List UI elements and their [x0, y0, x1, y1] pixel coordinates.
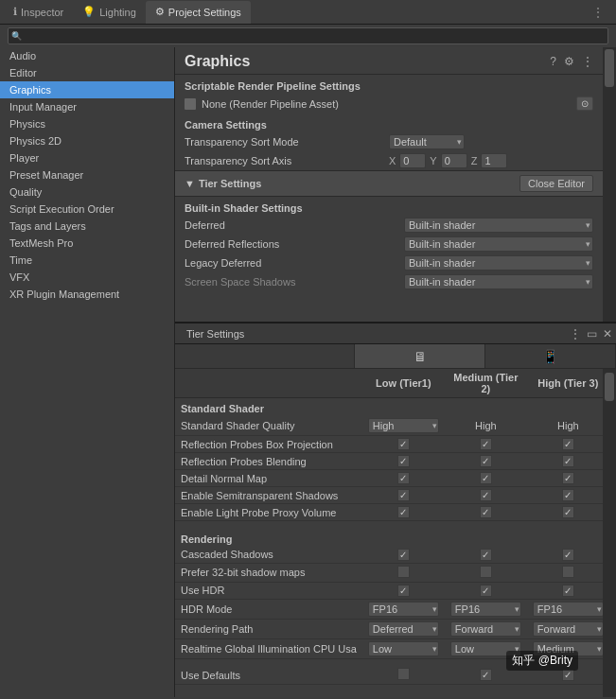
checkbox-low-semi-shadows[interactable]	[397, 489, 410, 501]
tab-lighting[interactable]: 💡 Lighting	[73, 1, 146, 24]
transparency-sort-axis-row: Transparency Sort Axis X Y Z	[175, 151, 603, 170]
high-semi-shadows	[527, 487, 603, 504]
sidebar-item-script-execution-order[interactable]: Script Execution Order	[0, 201, 174, 218]
table-row: Reflection Probes Blending	[175, 453, 603, 470]
checkbox-medium-cascaded[interactable]	[480, 549, 492, 561]
sidebar-item-xr-plugin-management[interactable]: XR Plugin Management	[0, 286, 174, 303]
checkbox-high-light-probe[interactable]	[562, 506, 574, 518]
checkbox-medium-hdr[interactable]	[480, 585, 492, 597]
tier-table: Low (Tier1) Medium (Tier 2) High (Tier 3…	[175, 369, 603, 685]
help-icon[interactable]: ?	[550, 55, 556, 68]
checkbox-low-cascaded[interactable]	[397, 549, 410, 561]
tier-toggle-button[interactable]: ▼ Tier Settings	[185, 178, 519, 189]
platform-icons-row: 🖥 📱	[175, 344, 616, 369]
sidebar-item-player[interactable]: Player	[0, 149, 174, 166]
sidebar-item-textmesh-pro[interactable]: TextMesh Pro	[0, 235, 174, 252]
close-editor-button[interactable]: Close Editor	[519, 175, 593, 192]
tier-menu-icon[interactable]: ⋮	[570, 327, 581, 341]
x-input[interactable]	[399, 153, 426, 168]
y-input[interactable]	[441, 153, 467, 168]
low-hdr-mode: FP16	[362, 599, 445, 619]
checkbox-low-use-defaults[interactable]	[397, 668, 410, 680]
checkbox-low-detail-normal[interactable]	[397, 472, 410, 484]
graphics-scrollbar[interactable]	[603, 47, 616, 322]
high-use-defaults	[527, 666, 603, 685]
tier-settings-header: ▼ Tier Settings Close Editor	[175, 170, 603, 197]
checkbox-medium-light-probe[interactable]	[480, 506, 492, 518]
low-rendering-path-dropdown[interactable]: Deferred	[368, 621, 439, 637]
high-hdr-mode-dropdown[interactable]: FP16	[533, 602, 603, 617]
tab-project-settings[interactable]: ⚙ Project Settings	[146, 1, 251, 24]
tab-menu-icon[interactable]: ⋮	[584, 5, 612, 20]
standard-shader-section: Standard Shader	[175, 398, 603, 417]
high-32bit	[527, 563, 603, 582]
tab-inspector[interactable]: ℹ Inspector	[4, 1, 73, 24]
high-rendering-path-dropdown[interactable]: Forward	[533, 621, 603, 637]
sidebar-item-vfx[interactable]: VFX	[0, 269, 174, 286]
search-input[interactable]	[8, 27, 608, 44]
checkbox-high-detail-normal[interactable]	[562, 472, 574, 484]
deferred-reflections-dropdown[interactable]: Built-in shader	[404, 236, 593, 252]
transparency-sort-mode-dropdown-wrap: Default	[389, 134, 465, 149]
low-hdr-mode-dropdown[interactable]: FP16	[368, 602, 439, 617]
checkbox-medium-blending[interactable]	[480, 455, 492, 467]
table-row: HDR Mode FP16 FP16	[175, 599, 603, 619]
low-semi-shadows	[362, 487, 445, 504]
checkbox-high-semi-shadows[interactable]	[562, 489, 574, 501]
sidebar-item-physics-2d[interactable]: Physics 2D	[0, 132, 174, 149]
tier-close-icon[interactable]: ✕	[603, 327, 612, 341]
checkbox-high-hdr[interactable]	[562, 585, 574, 597]
platform-desktop-icon[interactable]: 🖥	[355, 344, 485, 368]
screen-space-shadows-dropdown[interactable]: Built-in shader	[404, 274, 593, 289]
settings-icon[interactable]: ⚙	[564, 55, 574, 68]
transparency-sort-mode-dropdown[interactable]: Default	[389, 134, 465, 149]
tier-scrollbar[interactable]	[603, 369, 616, 697]
legacy-deferred-dropdown[interactable]: Built-in shader	[404, 255, 593, 271]
sidebar-item-quality[interactable]: Quality	[0, 183, 174, 201]
checkbox-low-hdr[interactable]	[397, 585, 410, 597]
medium-rgi-cpu-dropdown[interactable]: Low	[450, 641, 521, 656]
legacy-deferred-row: Legacy Deferred Built-in shader	[175, 253, 603, 272]
sidebar-item-editor[interactable]: Editor	[0, 64, 174, 81]
more-icon[interactable]: ⋮	[582, 55, 593, 68]
checkbox-medium-32bit[interactable]	[480, 566, 492, 578]
screen-space-shadows-dropdown-wrap: Built-in shader	[404, 274, 593, 289]
row-label-detail-normal: Detail Normal Map	[175, 470, 362, 487]
checkbox-medium-use-defaults[interactable]	[480, 669, 492, 681]
deferred-dropdown[interactable]: Built-in shader	[404, 218, 593, 233]
checkbox-medium-semi-shadows[interactable]	[480, 489, 492, 501]
low-shader-quality-dropdown[interactable]: High	[368, 418, 439, 433]
sidebar-item-audio[interactable]: Audio	[0, 47, 174, 64]
scroll-thumb	[605, 49, 614, 87]
low-light-probe	[362, 504, 445, 521]
checkbox-high-use-defaults[interactable]	[562, 669, 574, 681]
sidebar-item-time[interactable]: Time	[0, 252, 174, 269]
checkbox-low-32bit[interactable]	[397, 566, 410, 578]
low-rgi-cpu-dropdown[interactable]: Low	[368, 641, 439, 656]
asset-picker-button[interactable]: ⊙	[576, 96, 593, 111]
high-rgi-cpu-dropdown[interactable]: Medium	[533, 641, 603, 656]
checkbox-high-32bit[interactable]	[562, 566, 574, 578]
checkbox-low-light-probe[interactable]	[397, 506, 410, 518]
checkbox-medium-detail-normal[interactable]	[480, 472, 492, 484]
checkbox-high-cascaded[interactable]	[562, 549, 574, 561]
sidebar-item-physics[interactable]: Physics	[0, 115, 174, 132]
medium-rgi-cpu: Low	[445, 638, 527, 658]
platform-mobile-icon[interactable]: 📱	[485, 344, 616, 368]
checkbox-medium-box-proj[interactable]	[480, 438, 492, 450]
sidebar-item-input-manager[interactable]: Input Manager	[0, 98, 174, 115]
medium-rendering-path-dropdown[interactable]: Forward	[450, 621, 521, 637]
checkbox-low-box-proj[interactable]	[397, 438, 410, 450]
checkbox-low-blending[interactable]	[397, 455, 410, 467]
medium-hdr-mode-dropdown[interactable]: FP16	[450, 602, 521, 617]
tier-pin-icon[interactable]: ▭	[587, 327, 597, 341]
checkbox-high-blending[interactable]	[562, 455, 574, 467]
table-row: Reflection Probes Box Projection	[175, 436, 603, 453]
tier-panel-tab[interactable]: Tier Settings	[179, 328, 252, 340]
checkbox-high-box-proj[interactable]	[562, 438, 574, 450]
sidebar-item-graphics[interactable]: Graphics	[0, 81, 174, 98]
sidebar-item-tags-and-layers[interactable]: Tags and Layers	[0, 218, 174, 235]
sidebar-item-preset-manager[interactable]: Preset Manager	[0, 166, 174, 183]
tier-table-scroll[interactable]: Low (Tier1) Medium (Tier 2) High (Tier 3…	[175, 369, 603, 697]
z-input[interactable]	[481, 153, 507, 168]
